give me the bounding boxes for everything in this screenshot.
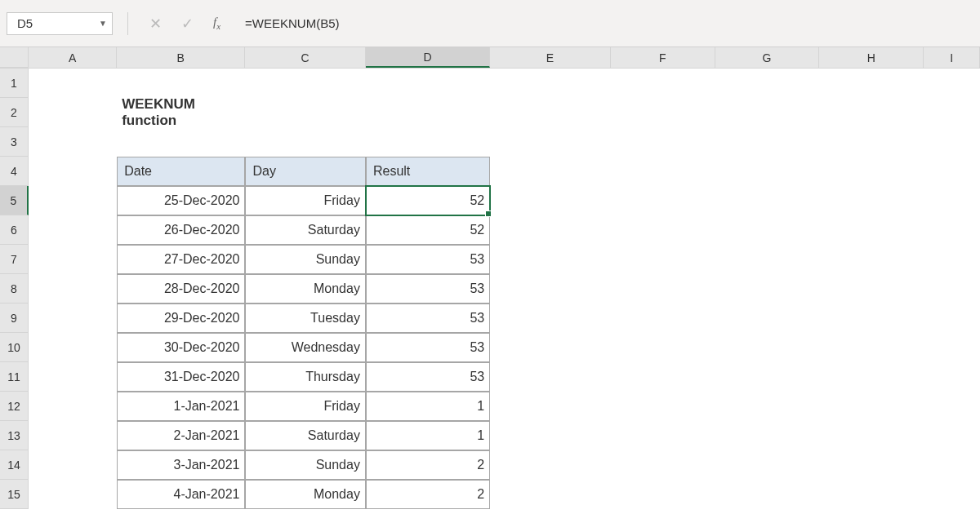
cell-day[interactable]: Friday [245,392,365,421]
cell-date[interactable]: 4-Jan-2021 [117,480,245,509]
formula-input[interactable] [237,12,973,35]
empty-cell[interactable] [924,392,980,421]
empty-cell[interactable] [715,186,819,215]
empty-cell[interactable] [29,215,117,245]
cell-date[interactable]: 25-Dec-2020 [117,186,245,215]
row-header-1[interactable]: 1 [0,69,29,98]
empty-cell[interactable] [29,333,117,362]
empty-cell[interactable] [715,127,819,157]
empty-cell[interactable] [924,245,980,274]
row-header-6[interactable]: 6 [0,215,29,245]
cell-date[interactable]: 27-Dec-2020 [117,245,245,274]
empty-cell[interactable] [490,127,610,157]
empty-cell[interactable] [611,157,715,186]
cancel-icon[interactable]: ✕ [149,15,162,33]
empty-cell[interactable] [490,245,610,274]
empty-cell[interactable] [924,421,980,450]
row-header-15[interactable]: 15 [0,480,29,509]
row-header-3[interactable]: 3 [0,127,29,157]
empty-cell[interactable] [29,274,117,304]
col-header-B[interactable]: B [117,47,245,68]
cell-date[interactable]: 31-Dec-2020 [117,362,245,392]
cell-result[interactable]: 52 [366,186,490,215]
empty-cell[interactable] [490,69,610,98]
empty-cell[interactable] [611,274,715,304]
empty-cell[interactable] [490,362,610,392]
empty-cell[interactable] [490,450,610,480]
cell-result[interactable]: 53 [366,245,490,274]
empty-cell[interactable] [611,98,715,127]
table-header-day[interactable]: Day [245,157,365,186]
empty-cell[interactable] [715,98,819,127]
row-header-13[interactable]: 13 [0,421,29,450]
cell-result[interactable]: 53 [366,274,490,304]
cell-day[interactable]: Thursday [245,362,365,392]
empty-cell[interactable] [819,274,924,304]
col-header-D[interactable]: D [366,47,490,68]
empty-cell[interactable] [490,215,610,245]
empty-cell[interactable] [924,362,980,392]
col-header-G[interactable]: G [715,47,820,68]
empty-cell[interactable] [924,215,980,245]
empty-cell[interactable] [715,362,819,392]
cell-day[interactable]: Sunday [245,245,365,274]
cell-date[interactable]: 2-Jan-2021 [117,421,245,450]
empty-cell[interactable] [29,480,117,509]
cell-date[interactable]: 29-Dec-2020 [117,304,245,333]
empty-cell[interactable] [715,245,819,274]
row-header-8[interactable]: 8 [0,274,29,304]
empty-cell[interactable] [819,98,924,127]
empty-cell[interactable] [819,362,924,392]
empty-cell[interactable] [29,392,117,421]
empty-cell[interactable] [715,333,819,362]
cell-date[interactable]: 28-Dec-2020 [117,274,245,304]
empty-cell[interactable] [29,304,117,333]
cell-result[interactable]: 53 [366,333,490,362]
row-header-14[interactable]: 14 [0,450,29,480]
col-header-F[interactable]: F [611,47,715,68]
empty-cell[interactable] [819,69,924,98]
empty-cell[interactable] [715,450,819,480]
cell-result[interactable]: 52 [366,215,490,245]
select-all-corner[interactable] [0,47,29,68]
empty-cell[interactable] [715,480,819,509]
empty-cell[interactable] [819,157,924,186]
empty-cell[interactable] [715,69,819,98]
cell-day[interactable]: Wednesday [245,333,365,362]
empty-cell[interactable] [29,69,117,98]
empty-cell[interactable] [366,127,490,157]
cell-day[interactable]: Monday [245,274,365,304]
empty-cell[interactable] [819,215,924,245]
name-box[interactable]: D5 ▼ [7,12,113,35]
empty-cell[interactable] [924,450,980,480]
empty-cell[interactable] [715,157,820,186]
empty-cell[interactable] [611,304,715,333]
empty-cell[interactable] [611,69,715,98]
cell-date[interactable]: 26-Dec-2020 [117,215,245,245]
empty-cell[interactable] [245,98,365,127]
empty-cell[interactable] [819,450,924,480]
empty-cell[interactable] [490,304,610,333]
empty-cell[interactable] [715,304,819,333]
fx-icon[interactable]: fx [213,16,220,31]
cell-day[interactable]: Saturday [245,421,365,450]
row-header-4[interactable]: 4 [0,157,29,186]
empty-cell[interactable] [611,392,715,421]
empty-cell[interactable] [29,450,117,480]
row-header-12[interactable]: 12 [0,392,29,421]
col-header-A[interactable]: A [29,47,117,68]
empty-cell[interactable] [611,127,715,157]
empty-cell[interactable] [490,480,610,509]
empty-cell[interactable] [245,69,365,98]
empty-cell[interactable] [29,421,117,450]
empty-cell[interactable] [366,98,490,127]
cell-date[interactable]: 3-Jan-2021 [117,450,245,480]
empty-cell[interactable] [715,392,819,421]
empty-cell[interactable] [29,127,117,157]
row-header-9[interactable]: 9 [0,304,29,333]
dropdown-icon[interactable]: ▼ [99,19,107,28]
empty-cell[interactable] [924,69,980,98]
cell-result[interactable]: 53 [366,362,490,392]
empty-cell[interactable] [490,392,610,421]
empty-cell[interactable] [924,98,980,127]
